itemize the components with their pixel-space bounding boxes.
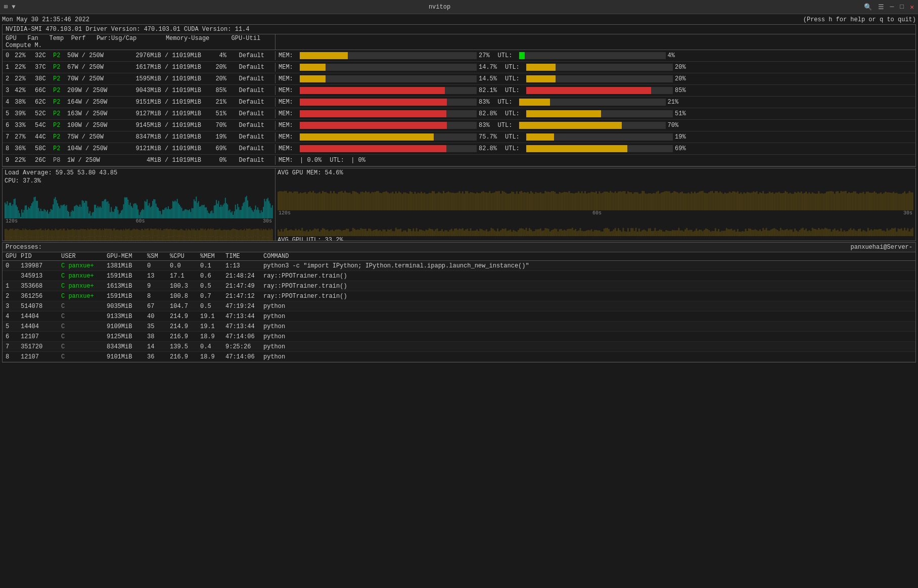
- svg-rect-85: [99, 207, 100, 218]
- svg-rect-1244: [659, 230, 661, 236]
- svg-rect-838: [651, 194, 653, 210]
- svg-rect-2: [6, 204, 7, 218]
- svg-rect-432: [217, 230, 218, 241]
- gpu-left-1: 1 22% 37C P2 67W / 250W 1617MiB / 11019M…: [3, 63, 276, 72]
- svg-rect-1318: [777, 230, 778, 236]
- svg-rect-1349: [826, 229, 828, 236]
- svg-rect-1336: [805, 229, 807, 236]
- svg-rect-225: [255, 206, 256, 218]
- svg-rect-1394: [898, 229, 899, 236]
- svg-rect-1272: [704, 230, 705, 236]
- svg-rect-786: [569, 191, 570, 210]
- svg-rect-394: [174, 230, 175, 241]
- proc-row: 6 12107 C 9125MiB 38 216.9 18.9 47:14:06…: [3, 332, 915, 342]
- status-line: Mon May 30 21:35:46 2022 (Press h for he…: [2, 15, 916, 24]
- svg-rect-120: [137, 209, 139, 218]
- processes-section: Processes: panxuehai@Server- GPU PID USE…: [2, 242, 916, 363]
- svg-rect-71: [83, 201, 84, 218]
- svg-rect-393: [173, 229, 174, 241]
- svg-rect-97: [112, 211, 113, 218]
- svg-rect-449: [236, 230, 237, 241]
- svg-rect-260: [25, 229, 26, 241]
- svg-rect-723: [468, 193, 470, 210]
- minimize-icon[interactable]: ─: [890, 3, 894, 11]
- close-icon[interactable]: ✕: [910, 3, 914, 11]
- svg-rect-1347: [823, 229, 824, 236]
- gpu-utl-svg: [278, 217, 913, 236]
- menu-icon[interactable]: ☰: [878, 3, 884, 11]
- svg-rect-1158: [522, 229, 524, 236]
- svg-rect-491: [25, 237, 26, 237]
- svg-rect-1046: [344, 230, 346, 236]
- svg-rect-525: [101, 236, 102, 237]
- svg-rect-1025: [311, 231, 312, 236]
- svg-rect-926: [791, 194, 793, 210]
- svg-rect-1049: [349, 232, 351, 236]
- gpu-left-7: 7 27% 44C P2 75W / 250W 8347MiB / 11019M…: [3, 132, 276, 142]
- svg-rect-1323: [785, 230, 786, 236]
- svg-rect-259: [24, 230, 25, 241]
- svg-rect-1184: [564, 230, 565, 236]
- svg-rect-759: [526, 193, 527, 210]
- svg-rect-332: [105, 229, 106, 241]
- svg-rect-145: [166, 207, 167, 218]
- svg-rect-1241: [654, 228, 656, 236]
- terminal-icon: ⊞: [4, 3, 8, 11]
- gpu-mem-svg: [278, 177, 913, 210]
- svg-rect-421: [205, 229, 206, 241]
- svg-rect-447: [234, 229, 235, 241]
- svg-rect-600: [268, 238, 269, 238]
- svg-rect-64: [75, 206, 76, 218]
- svg-rect-581: [226, 237, 227, 237]
- svg-rect-213: [242, 206, 243, 218]
- svg-rect-1057: [362, 229, 363, 236]
- svg-rect-793: [580, 193, 581, 210]
- svg-rect-342: [116, 230, 117, 241]
- svg-rect-920: [782, 193, 783, 210]
- svg-rect-1027: [314, 229, 315, 236]
- svg-rect-1167: [537, 230, 538, 236]
- datetime: Mon May 30 21:35:46 2022: [2, 16, 89, 23]
- svg-rect-1038: [332, 230, 333, 236]
- svg-rect-264: [29, 229, 30, 241]
- svg-rect-612: [292, 193, 293, 210]
- svg-rect-701: [433, 191, 435, 210]
- svg-rect-1135: [486, 230, 487, 236]
- svg-rect-307: [77, 230, 78, 241]
- svg-rect-404: [186, 229, 187, 241]
- dropdown-icon[interactable]: ▼: [12, 4, 15, 11]
- svg-rect-1283: [721, 231, 722, 236]
- svg-rect-298: [67, 229, 68, 241]
- svg-rect-293: [62, 231, 63, 241]
- svg-rect-398: [179, 230, 180, 241]
- svg-rect-1237: [648, 229, 650, 236]
- svg-rect-295: [64, 229, 65, 241]
- svg-rect-1173: [546, 229, 548, 236]
- svg-rect-1039: [333, 231, 335, 236]
- svg-rect-1081: [400, 229, 401, 236]
- svg-rect-1203: [594, 230, 595, 236]
- svg-rect-898: [747, 192, 748, 210]
- svg-rect-545: [146, 236, 147, 237]
- svg-rect-591: [248, 237, 249, 238]
- svg-rect-629: [319, 192, 320, 210]
- svg-rect-623: [309, 191, 311, 210]
- svg-rect-251: [15, 229, 16, 241]
- svg-rect-190: [216, 200, 217, 218]
- svg-rect-527: [105, 236, 106, 237]
- svg-rect-905: [758, 194, 759, 210]
- svg-rect-1291: [734, 230, 736, 236]
- maximize-icon[interactable]: □: [900, 3, 904, 11]
- svg-rect-911: [767, 193, 769, 210]
- svg-rect-863: [691, 192, 693, 210]
- svg-rect-1402: [910, 229, 912, 236]
- svg-rect-937: [808, 192, 810, 210]
- svg-rect-67: [78, 207, 79, 218]
- svg-rect-354: [130, 231, 131, 241]
- svg-rect-1362: [847, 231, 848, 236]
- gpu-right-4: MEM: 83% UTL: 21%: [276, 98, 915, 107]
- svg-rect-829: [637, 192, 638, 210]
- search-icon[interactable]: 🔍: [864, 3, 872, 11]
- svg-rect-1332: [799, 230, 801, 236]
- svg-rect-521: [92, 236, 93, 237]
